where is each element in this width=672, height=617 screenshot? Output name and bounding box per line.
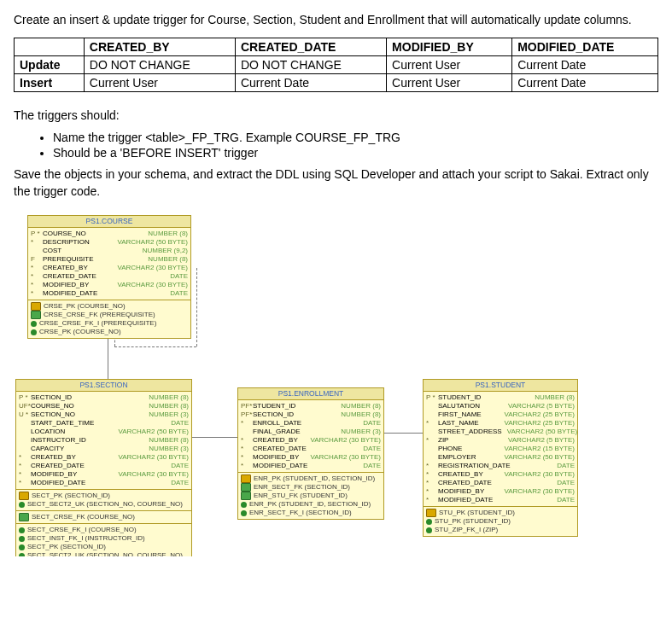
key-row: CRSE_CRSE_FK_I (PREREQUISITE) — [31, 319, 188, 328]
connector — [196, 268, 197, 346]
column-row: *DESCRIPTIONVARCHAR2 (50 BYTE) — [31, 238, 188, 247]
key-icon — [31, 329, 37, 335]
th-created-by: CREATED_BY — [84, 38, 235, 55]
key-icon — [241, 474, 251, 483]
cell: Current Date — [512, 55, 658, 73]
entity-section: PS1.SECTION P *SECTION_IDNUMBER (8)UF*CO… — [15, 379, 192, 556]
connector — [114, 346, 196, 347]
column-row: *MODIFIED_DATEDATE — [241, 462, 381, 470]
column-row: PHONEVARCHAR2 (15 BYTE) — [426, 445, 575, 453]
key-row: SECT_CRSE_FK (COURSE_NO) — [19, 513, 189, 521]
cell: DO NOT CHANGE — [235, 55, 386, 73]
column-row: FPREREQUISITENUMBER (8) — [31, 255, 188, 264]
key-row: CRSE_PK (COURSE_NO) — [31, 328, 188, 336]
column-row: U *SECTION_NONUMBER (3) — [19, 410, 189, 419]
column-row: *MODIFIED_BYVARCHAR2 (30 BYTE) — [31, 281, 188, 289]
table-row: Update DO NOT CHANGE DO NOT CHANGE Curre… — [15, 55, 658, 73]
column-row: *LAST_NAMEVARCHAR2 (25 BYTE) — [426, 419, 575, 428]
column-row: PF*SECTION_IDNUMBER (8) — [241, 410, 381, 419]
column-row: *CREATED_BYVARCHAR2 (30 BYTE) — [19, 453, 189, 462]
entity-title: PS1.COURSE — [28, 216, 190, 228]
cell: Current User — [387, 73, 512, 91]
entity-enrollment: PS1.ENROLLMENT PF*STUDENT_IDNUMBER (8)PF… — [237, 387, 384, 520]
entity-keys: CRSE_PK (COURSE_NO)CRSE_CRSE_FK (PREREQU… — [28, 300, 190, 338]
column-row: FINAL_GRADENUMBER (3) — [241, 428, 381, 436]
key-icon — [19, 492, 29, 500]
key-row: CRSE_PK (COURSE_NO) — [31, 302, 188, 311]
key-icon — [19, 553, 25, 557]
key-icon — [31, 311, 41, 319]
key-icon — [241, 510, 247, 516]
column-row: COSTNUMBER (9,2) — [31, 247, 188, 255]
key-row: CRSE_CRSE_FK (PREREQUISITE) — [31, 311, 188, 319]
row-label: Update — [15, 55, 85, 73]
column-row: PF*STUDENT_IDNUMBER (8) — [241, 402, 381, 410]
column-row: LOCATIONVARCHAR2 (50 BYTE) — [19, 428, 189, 436]
er-diagram: PS1.COURSE P *COURSE_NONUMBER (8)*DESCRI… — [14, 215, 577, 556]
cell: Current Date — [512, 73, 658, 91]
cell: Current User — [84, 73, 235, 91]
key-row: SECT_INST_FK_I (INSTRUCTOR_ID) — [19, 534, 189, 543]
row-label: Insert — [15, 73, 85, 91]
table-row: Insert Current User Current Date Current… — [15, 73, 658, 91]
entity-columns: P *STUDENT_IDNUMBER (8)SALUTATIONVARCHAR… — [424, 392, 577, 507]
key-row: STU_PK (STUDENT_ID) — [426, 509, 575, 517]
column-row: EMPLOYERVARCHAR2 (50 BYTE) — [426, 453, 575, 462]
key-row: ENR_SECT_FK_I (SECTION_ID) — [241, 509, 381, 517]
connector — [383, 433, 423, 434]
key-row: ENR_SECT_FK (SECTION_ID) — [241, 483, 381, 492]
column-row: P *COURSE_NONUMBER (8) — [31, 230, 188, 238]
column-row: *REGISTRATION_DATEDATE — [426, 462, 575, 470]
column-row: *CREATED_DATEDATE — [241, 445, 381, 453]
key-icon — [31, 302, 41, 311]
column-row: SALUTATIONVARCHAR2 (5 BYTE) — [426, 402, 575, 410]
entity-keys: STU_PK (STUDENT_ID)STU_PK (STUDENT_ID)ST… — [424, 507, 577, 536]
cell: DO NOT CHANGE — [84, 55, 235, 73]
entity-keys: SECT_PK (SECTION_ID)SECT_SECT2_UK (SECTI… — [16, 490, 191, 510]
column-row: P *SECTION_IDNUMBER (8) — [19, 393, 189, 402]
column-row: *CREATED_DATEDATE — [426, 479, 575, 487]
entity-keys: SECT_CRSE_FK_I (COURSE_NO)SECT_INST_FK_I… — [16, 523, 191, 556]
key-icon — [19, 527, 25, 533]
key-row: SECT_PK (SECTION_ID) — [19, 543, 189, 551]
key-row: STU_ZIP_FK_I (ZIP) — [426, 526, 575, 534]
column-row: *MODIFIED_DATEDATE — [31, 289, 188, 298]
connector — [190, 437, 237, 438]
th-modified-date: MODIFIED_DATE — [512, 38, 658, 55]
column-row: *MODIFIED_DATEDATE — [19, 479, 189, 487]
key-icon — [241, 483, 251, 492]
triggers-heading: The triggers should: — [14, 108, 658, 125]
cell: Current User — [387, 55, 512, 73]
column-row: UF*COURSE_NONUMBER (8) — [19, 402, 189, 410]
column-row: *CREATED_DATEDATE — [31, 272, 188, 281]
key-row: ENR_STU_FK (STUDENT_ID) — [241, 492, 381, 500]
entity-course: PS1.COURSE P *COURSE_NONUMBER (8)*DESCRI… — [27, 215, 191, 339]
key-icon — [31, 321, 37, 327]
column-row: *MODIFIED_BYVARCHAR2 (30 BYTE) — [426, 487, 575, 496]
cell: Current Date — [235, 73, 386, 91]
key-icon — [19, 544, 25, 550]
column-row: *MODIFIED_DATEDATE — [426, 496, 575, 504]
entity-title: PS1.SECTION — [16, 380, 191, 392]
key-icon — [241, 492, 251, 500]
intro-text: Create an insert & update trigger for Co… — [14, 12, 658, 29]
key-row: SECT_PK (SECTION_ID) — [19, 492, 189, 500]
column-row: *ZIPVARCHAR2 (5 BYTE) — [426, 436, 575, 445]
key-icon — [426, 519, 432, 525]
column-row: INSTRUCTOR_IDNUMBER (8) — [19, 436, 189, 445]
key-icon — [426, 509, 436, 517]
column-row: CAPACITYNUMBER (3) — [19, 445, 189, 453]
entity-student: PS1.STUDENT P *STUDENT_IDNUMBER (8)SALUT… — [423, 379, 578, 537]
save-instructions: Save the objects in your schema, and ext… — [14, 166, 658, 200]
key-row: SECT_SECT2_UK (SECTION_NO, COURSE_NO) — [19, 551, 189, 556]
key-row: SECT_SECT2_UK (SECTION_NO, COURSE_NO) — [19, 500, 189, 509]
key-icon — [241, 502, 247, 508]
entity-columns: PF*STUDENT_IDNUMBER (8)PF*SECTION_IDNUMB… — [238, 400, 383, 473]
column-row: FIRST_NAMEVARCHAR2 (25 BYTE) — [426, 410, 575, 419]
audit-columns-table: CREATED_BY CREATED_DATE MODIFIED_BY MODI… — [14, 38, 658, 92]
list-item: Name the trigger <table>_FP_TRG. Example… — [53, 131, 658, 144]
column-row: P *STUDENT_IDNUMBER (8) — [426, 393, 575, 402]
th-created-date: CREATED_DATE — [235, 38, 386, 55]
connector — [108, 336, 108, 379]
entity-columns: P *SECTION_IDNUMBER (8)UF*COURSE_NONUMBE… — [16, 392, 191, 490]
